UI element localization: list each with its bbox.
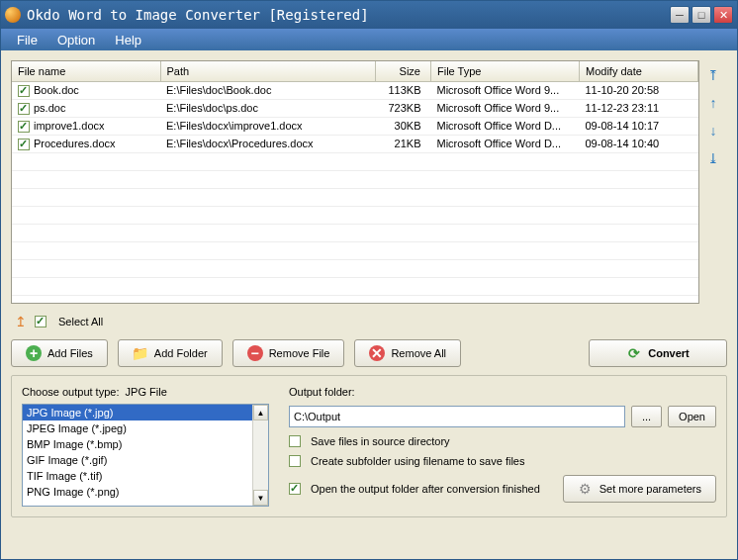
convert-button[interactable]: ⟳ Convert (589, 339, 727, 367)
cell-filetype: Microsoft Office Word 9... (431, 99, 580, 117)
row-checkbox[interactable] (18, 139, 30, 150)
cell-modify: 11-12-23 23:11 (580, 99, 698, 117)
menu-file[interactable]: File (7, 31, 47, 49)
remove-all-icon: ✕ (369, 345, 385, 361)
minimize-button[interactable]: ─ (670, 6, 690, 24)
scroll-down-button[interactable]: ▼ (253, 490, 268, 506)
close-button[interactable]: ✕ (713, 6, 733, 24)
browse-button[interactable]: ... (631, 406, 662, 427)
output-settings-pane: Choose output type: JPG File JPG Image (… (11, 375, 727, 517)
set-more-parameters-button[interactable]: ⚙ Set more parameters (563, 475, 716, 503)
move-up-button[interactable]: ↑ (704, 94, 722, 112)
create-subfolder-label: Create subfolder using filename to save … (311, 455, 524, 467)
col-modify[interactable]: Modify date (580, 61, 698, 81)
add-files-button[interactable]: + Add Files (11, 339, 108, 367)
select-all-label: Select All (58, 316, 103, 327)
table-row[interactable]: Procedures.docxE:\Files\docx\Procedures.… (12, 135, 698, 152)
output-type-list[interactable]: JPG Image (*.jpg)JPEG Image (*.jpeg)BMP … (22, 404, 269, 507)
row-checkbox[interactable] (18, 121, 30, 133)
cell-path: E:\Files\docx\improve1.docx (160, 117, 376, 135)
menu-option[interactable]: Option (47, 31, 105, 49)
cell-path: E:\Files\doc\Book.doc (160, 81, 376, 99)
file-table-wrap: File name Path Size File Type Modify dat… (11, 60, 699, 304)
add-folder-button[interactable]: 📁 Add Folder (118, 339, 223, 367)
output-type-option[interactable]: TIF Image (*.tif) (23, 468, 252, 484)
remove-all-button[interactable]: ✕ Remove All (354, 339, 461, 367)
reorder-arrows: ⤒ ↑ ↓ ⤓ (699, 60, 727, 304)
cell-modify: 09-08-14 10:17 (580, 117, 698, 135)
remove-file-label: Remove File (269, 347, 330, 359)
table-row (12, 188, 698, 206)
window-title: Okdo Word to Image Converter [Registered… (27, 7, 670, 23)
col-filename[interactable]: File name (12, 61, 160, 81)
up-folder-icon[interactable]: ↥ (15, 314, 27, 329)
save-in-source-checkbox[interactable] (289, 435, 301, 447)
row-checkbox[interactable] (18, 103, 30, 115)
type-list-scrollbar[interactable]: ▲ ▼ (252, 405, 268, 506)
table-row[interactable]: improve1.docxE:\Files\docx\improve1.docx… (12, 117, 698, 135)
add-folder-label: Add Folder (154, 347, 208, 359)
table-row (12, 241, 698, 259)
col-size[interactable]: Size (376, 61, 431, 81)
plus-icon: + (26, 345, 42, 361)
move-bottom-button[interactable]: ⤓ (704, 149, 722, 167)
select-all-checkbox[interactable] (35, 316, 46, 327)
table-row (12, 206, 698, 224)
scroll-track[interactable] (253, 420, 268, 490)
cell-size: 30KB (376, 117, 431, 135)
file-pane: File name Path Size File Type Modify dat… (11, 60, 727, 304)
cell-filename: Procedures.docx (12, 135, 160, 152)
open-after-checkbox[interactable] (289, 483, 301, 495)
output-folder-column: Output folder: ... Open Save files in so… (289, 386, 716, 507)
col-filetype[interactable]: File Type (431, 61, 580, 81)
table-row (12, 277, 698, 295)
maximize-button[interactable]: □ (692, 6, 711, 24)
gear-icon: ⚙ (578, 481, 594, 497)
output-type-option[interactable]: BMP Image (*.bmp) (23, 436, 252, 452)
output-type-option[interactable]: PNG Image (*.png) (23, 484, 252, 500)
table-row (12, 170, 698, 188)
choose-type-label: Choose output type: JPG File (22, 386, 269, 398)
create-subfolder-checkbox[interactable] (289, 455, 301, 467)
app-window: Okdo Word to Image Converter [Registered… (0, 0, 738, 560)
save-in-source-label: Save files in source directory (311, 435, 450, 447)
cell-filetype: Microsoft Office Word D... (431, 135, 580, 152)
file-table: File name Path Size File Type Modify dat… (12, 61, 698, 296)
minus-icon: − (247, 345, 263, 361)
cell-filename: improve1.docx (12, 117, 160, 135)
output-folder-row: ... Open (289, 406, 716, 427)
row-checkbox[interactable] (18, 85, 30, 97)
cell-path: E:\Files\docx\Procedures.docx (160, 135, 376, 152)
cell-path: E:\Files\doc\ps.doc (160, 99, 376, 117)
remove-file-button[interactable]: − Remove File (232, 339, 345, 367)
output-type-option[interactable]: JPEG Image (*.jpeg) (23, 420, 252, 436)
table-row (12, 152, 698, 170)
cell-size: 113KB (376, 81, 431, 99)
action-button-row: + Add Files 📁 Add Folder − Remove File ✕… (11, 339, 727, 367)
output-type-option[interactable]: JPG Image (*.jpg) (23, 405, 252, 420)
output-folder-input[interactable] (289, 406, 625, 427)
convert-icon: ⟳ (626, 345, 642, 361)
cell-size: 21KB (376, 135, 431, 152)
add-files-label: Add Files (47, 347, 93, 359)
move-top-button[interactable]: ⤒ (704, 66, 722, 84)
output-type-option[interactable]: GIF Image (*.gif) (23, 452, 252, 468)
save-in-source-row: Save files in source directory (289, 435, 716, 447)
table-row (12, 224, 698, 241)
open-folder-button[interactable]: Open (668, 406, 716, 427)
menu-help[interactable]: Help (105, 31, 151, 49)
cell-size: 723KB (376, 99, 431, 117)
remove-all-label: Remove All (391, 347, 446, 359)
table-row[interactable]: Book.docE:\Files\doc\Book.doc113KBMicros… (12, 81, 698, 99)
table-row[interactable]: ps.docE:\Files\doc\ps.doc723KBMicrosoft … (12, 99, 698, 117)
cell-filename: Book.doc (12, 81, 160, 99)
open-after-label: Open the output folder after conversion … (311, 483, 540, 495)
move-down-button[interactable]: ↓ (704, 122, 722, 140)
cell-modify: 09-08-14 10:40 (580, 135, 698, 152)
scroll-up-button[interactable]: ▲ (253, 405, 268, 420)
col-path[interactable]: Path (160, 61, 376, 81)
set-more-label: Set more parameters (600, 483, 701, 495)
cell-modify: 11-10-20 20:58 (580, 81, 698, 99)
current-type-value: JPG File (126, 386, 167, 398)
cell-filename: ps.doc (12, 99, 160, 117)
